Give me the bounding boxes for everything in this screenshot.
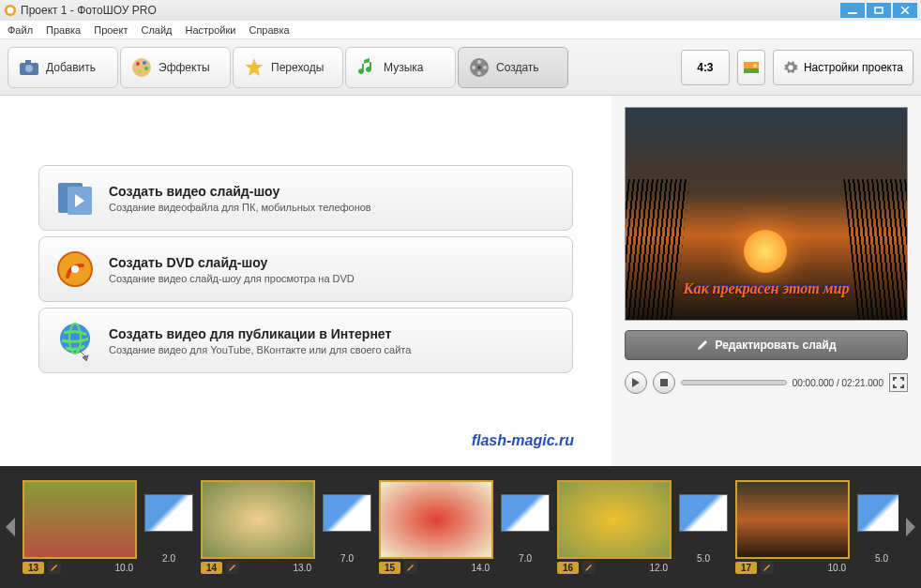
menu-project[interactable]: Проект: [94, 24, 128, 36]
transition-thumb[interactable]: 5.0: [857, 489, 898, 565]
option-create-video[interactable]: Создать видео слайд-шоу Создание видеофа…: [38, 165, 573, 231]
transition-thumb[interactable]: 5.0: [679, 489, 728, 565]
content-area: Создать видео слайд-шоу Создание видеофа…: [0, 96, 921, 466]
timeline: 13 10.0 2.0 14 13.0 7.0 15 14.0 7.0: [0, 466, 921, 588]
svg-rect-28: [660, 379, 668, 386]
reel-icon: [468, 56, 491, 79]
play-button[interactable]: [625, 371, 647, 394]
slide-thumb-15[interactable]: 15 14.0: [379, 480, 493, 574]
svg-point-11: [138, 69, 142, 73]
slide-thumb-17[interactable]: 17 10.0: [735, 480, 850, 574]
svg-rect-6: [25, 60, 31, 64]
transition-duration: 5.0: [679, 553, 728, 564]
transition-duration: 7.0: [323, 553, 371, 564]
svg-point-10: [144, 67, 148, 70]
transition-thumb[interactable]: 7.0: [323, 489, 371, 565]
transition-thumb[interactable]: 2.0: [144, 489, 193, 565]
slide-thumb-16[interactable]: 16 12.0: [557, 480, 672, 574]
preview-caption: Как прекрасен этот мир: [626, 280, 907, 297]
slide-index: 16: [557, 562, 579, 574]
slide-duration: 12.0: [650, 563, 668, 573]
maximize-button[interactable]: [867, 3, 891, 18]
close-button[interactable]: [893, 3, 917, 18]
option-web-desc: Создание видео для YouTube, ВКонтакте ил…: [109, 344, 411, 355]
menu-edit[interactable]: Правка: [46, 24, 81, 36]
tab-create-label: Создать: [496, 61, 539, 74]
seek-bar[interactable]: [681, 380, 787, 385]
tab-music-label: Музыка: [384, 61, 423, 74]
stop-button[interactable]: [653, 371, 675, 394]
project-settings-button[interactable]: Настройки проекта: [773, 50, 913, 85]
option-create-web[interactable]: Создать видео для публикации в Интернет …: [38, 308, 573, 373]
menubar: Файл Правка Проект Слайд Настройки Справ…: [0, 21, 921, 39]
music-icon: [355, 56, 378, 79]
svg-rect-3: [875, 8, 883, 13]
slide-edit-button[interactable]: [404, 561, 417, 574]
tab-music[interactable]: Музыка: [345, 47, 456, 88]
tab-add[interactable]: Добавить: [8, 47, 118, 88]
menu-settings[interactable]: Настройки: [186, 24, 236, 36]
palette-icon: [130, 56, 153, 79]
minimize-button[interactable]: [840, 3, 865, 18]
globe-icon: [54, 320, 96, 361]
star-icon: [243, 56, 265, 79]
option-web-title: Создать видео для публикации в Интернет: [109, 326, 411, 341]
svg-point-8: [136, 62, 140, 66]
menu-file[interactable]: Файл: [8, 24, 33, 36]
tab-transitions[interactable]: Переходы: [233, 47, 343, 88]
slide-thumb-13[interactable]: 13 10.0: [23, 480, 137, 574]
preview-panel: Как прекрасен этот мир Редактировать сла…: [611, 96, 921, 466]
time-display: 00:00.000 / 02:21.000: [793, 378, 883, 388]
gear-icon: [783, 60, 798, 75]
slide-edit-button[interactable]: [48, 561, 61, 574]
watermark-text: flash-magic.ru: [472, 432, 574, 449]
option-video-desc: Создание видеофайла для ПК, мобильных те…: [109, 202, 371, 213]
tab-transitions-label: Переходы: [271, 61, 324, 74]
option-dvd-title: Создать DVD слайд-шоу: [109, 255, 355, 270]
transition-thumb[interactable]: 7.0: [501, 489, 550, 565]
fullscreen-button[interactable]: [889, 373, 908, 392]
svg-rect-2: [848, 12, 857, 14]
svg-point-16: [472, 66, 476, 69]
project-settings-label: Настройки проекта: [804, 61, 903, 74]
menu-slide[interactable]: Слайд: [141, 24, 172, 36]
slide-duration: 13.0: [294, 563, 311, 573]
svg-point-25: [71, 265, 79, 273]
slide-thumb-14[interactable]: 14 13.0: [201, 480, 315, 574]
fit-preview-button[interactable]: [737, 50, 765, 85]
slide-index: 15: [379, 562, 400, 574]
menu-help[interactable]: Справка: [249, 24, 289, 36]
slide-index: 13: [23, 562, 44, 574]
slide-duration: 10.0: [828, 563, 846, 573]
tab-create[interactable]: Создать: [458, 47, 568, 88]
slide-duration: 14.0: [472, 563, 490, 573]
window-title: Проект 1 - ФотоШОУ PRO: [21, 4, 157, 17]
preview-viewport[interactable]: Как прекрасен этот мир: [625, 107, 908, 321]
svg-rect-19: [744, 68, 759, 73]
option-create-dvd[interactable]: Создать DVD слайд-шоу Создание видео сла…: [38, 236, 573, 302]
slide-edit-button[interactable]: [582, 561, 596, 574]
svg-point-7: [132, 58, 151, 77]
svg-point-20: [753, 64, 757, 68]
timeline-scroll-right[interactable]: [898, 466, 921, 588]
timeline-strip[interactable]: 13 10.0 2.0 14 13.0 7.0 15 14.0 7.0: [23, 476, 898, 578]
timeline-scroll-left[interactable]: [0, 466, 23, 588]
slide-index: 17: [735, 562, 757, 574]
create-panel: Создать видео слайд-шоу Создание видеофа…: [0, 96, 611, 466]
slide-edit-button[interactable]: [226, 561, 239, 574]
option-video-title: Создать видео слайд-шоу: [109, 184, 371, 199]
svg-point-9: [143, 61, 146, 65]
playback-controls: 00:00.000 / 02:21.000: [625, 371, 908, 394]
dvd-icon: [54, 249, 96, 290]
svg-point-5: [25, 65, 33, 72]
camera-icon: [18, 56, 40, 79]
option-dvd-desc: Создание видео слайд-шоу для просмотра н…: [109, 273, 355, 284]
aspect-ratio-button[interactable]: 4:3: [681, 50, 730, 85]
transition-duration: 7.0: [501, 553, 550, 564]
tab-effects-label: Эффекты: [159, 61, 210, 74]
tab-effects[interactable]: Эффекты: [120, 47, 231, 88]
slide-index: 14: [201, 562, 222, 574]
edit-slide-button[interactable]: Редактировать слайд: [625, 330, 908, 360]
slide-edit-button[interactable]: [761, 561, 774, 574]
svg-point-13: [477, 60, 481, 64]
